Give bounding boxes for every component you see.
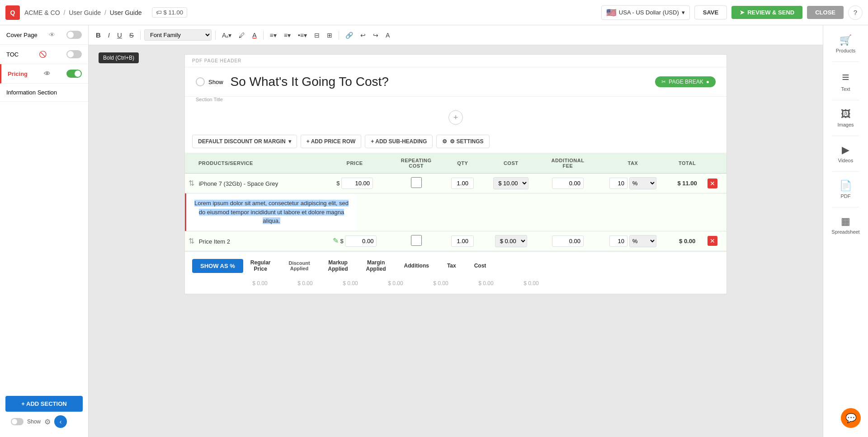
- add-content-button[interactable]: +: [448, 110, 463, 125]
- cost-select[interactable]: $ 0.00: [495, 235, 527, 247]
- sidebar-item-toc[interactable]: TOC 🚫: [0, 45, 88, 64]
- tax-cell: % $: [596, 231, 670, 251]
- description-cell: Lorem ipsum dolor sit amet, consectetur …: [185, 193, 726, 231]
- unordered-list-button[interactable]: •≡ ▾: [295, 30, 310, 41]
- delete-row-button-2[interactable]: ✕: [708, 236, 717, 246]
- discount-dropdown[interactable]: DEFAULT DISCOUNT OR MARGIN ▾: [192, 135, 297, 148]
- additional-fee-input[interactable]: [552, 178, 584, 189]
- sidebar-item-videos[interactable]: ▶ Videos: [826, 139, 866, 169]
- table-row: ⇅ iPhone 7 (32Gb) - Space Grey $: [185, 174, 726, 193]
- font-family-select[interactable]: Font Family Arial Times New Roman Helvet…: [144, 29, 212, 41]
- close-button[interactable]: CLOSE: [807, 6, 844, 19]
- images-label: Images: [837, 122, 854, 127]
- description-row: Lorem ipsum dolor sit amet, consectetur …: [185, 193, 726, 231]
- description-text: Lorem ipsum dolor sit amet, consectetur …: [194, 200, 349, 224]
- redo-button[interactable]: ↪: [370, 30, 381, 41]
- highlight-button[interactable]: 🖊: [236, 30, 248, 41]
- edit-description-button[interactable]: ✎: [333, 236, 339, 245]
- text-color-button[interactable]: A: [250, 30, 259, 41]
- currency-symbol: $: [336, 180, 340, 187]
- description-box[interactable]: Lorem ipsum dolor sit amet, consectetur …: [185, 193, 357, 231]
- tax-type-select[interactable]: % $: [629, 235, 656, 247]
- pricing-settings-button[interactable]: ⚙ ⚙ SETTINGS: [436, 135, 489, 148]
- additional-fee-input[interactable]: [552, 235, 584, 247]
- repeating-checkbox[interactable]: [410, 177, 423, 188]
- rs-separator-4: [832, 171, 859, 172]
- tax-input[interactable]: [609, 178, 627, 189]
- drag-handle[interactable]: ⇅: [189, 179, 194, 187]
- pricing-label: Pricing: [8, 70, 28, 77]
- sidebar-item-spreadsheet[interactable]: ▦ Spreadsheet: [826, 210, 866, 240]
- page-break-button[interactable]: ✂ PAGE BREAK ●: [655, 76, 716, 87]
- price-value: $ 11.00: [164, 9, 183, 16]
- add-sub-heading-button[interactable]: + ADD SUB-HEADING: [365, 135, 433, 148]
- sidebar-item-information[interactable]: Information Section: [0, 84, 88, 102]
- cost-select[interactable]: $ 10.00: [493, 177, 528, 189]
- additions-value: $ 0.00: [427, 280, 454, 287]
- add-price-row-button[interactable]: + ADD PRICE ROW: [301, 135, 362, 148]
- repeating-checkbox[interactable]: [410, 235, 423, 246]
- outdent-button[interactable]: ⊞: [324, 30, 335, 41]
- sidebar-item-cover-page[interactable]: Cover Page 👁: [0, 25, 88, 45]
- tax-cell: % $: [596, 174, 670, 193]
- format-clear-button[interactable]: Α: [383, 30, 392, 41]
- sidebar-item-products[interactable]: 🛒 Products: [826, 29, 866, 59]
- product-name: Price Item 2: [199, 238, 230, 245]
- formatting-toolbar: B I U S Font Family Arial Times New Roma…: [89, 25, 823, 45]
- summary-area: SHOW AS % RegularPrice DiscountApplied M…: [185, 251, 726, 294]
- drag-handle[interactable]: ⇅: [189, 237, 194, 245]
- sidebar-item-images[interactable]: 🖼 Images: [826, 103, 866, 133]
- save-button[interactable]: SAVE: [694, 5, 727, 19]
- qty-input[interactable]: [451, 235, 474, 247]
- text-icon: ≡: [842, 70, 849, 85]
- settings-icon: ⚙: [442, 138, 447, 145]
- italic-button[interactable]: I: [105, 29, 113, 41]
- show-circle[interactable]: [196, 77, 205, 86]
- page-break-toggle[interactable]: ●: [706, 79, 709, 85]
- toggle-toc[interactable]: [66, 50, 82, 58]
- link-button[interactable]: 🔗: [343, 30, 356, 41]
- chat-bubble[interactable]: 💬: [841, 408, 861, 428]
- show-label: Show: [208, 79, 223, 85]
- currency-selector[interactable]: 🇺🇸 USA - US Dollar (USD) ▾: [601, 5, 690, 20]
- product-name: iPhone 7 (32Gb) - Space Grey: [199, 180, 278, 187]
- chevron-down-icon: ▾: [288, 138, 291, 145]
- qty-input[interactable]: [451, 178, 474, 189]
- help-button[interactable]: ?: [848, 5, 863, 20]
- tax-type-select[interactable]: % $: [629, 177, 656, 189]
- indent-button[interactable]: ⊟: [311, 30, 322, 41]
- main-layout: Cover Page 👁 TOC 🚫 Pricing 👁 Information…: [0, 25, 868, 437]
- toggle-pricing[interactable]: [66, 70, 82, 78]
- ordered-list-button[interactable]: ≡ ▾: [281, 30, 293, 41]
- delete-row-button[interactable]: ✕: [708, 179, 717, 188]
- underline-button[interactable]: U: [114, 29, 125, 41]
- gear-icon-tabs[interactable]: ⚙: [44, 418, 51, 426]
- scissors-icon: ✂: [661, 79, 666, 85]
- pdf-icon: 📄: [840, 180, 852, 192]
- section-heading[interactable]: So What's It Going To Cost?: [231, 75, 656, 89]
- add-section-button[interactable]: + ADD SECTION: [5, 396, 83, 412]
- strikethrough-button[interactable]: S: [127, 29, 137, 41]
- align-button[interactable]: ≡ ▾: [267, 30, 279, 41]
- regular-price-value: $ 0.00: [246, 280, 274, 287]
- bold-button[interactable]: B: [93, 29, 104, 41]
- font-size-button[interactable]: Aₐ ▾: [219, 30, 234, 41]
- show-as-button[interactable]: SHOW AS %: [192, 259, 243, 273]
- additions-label: Additions: [404, 263, 429, 269]
- unordered-list-icon: •≡: [298, 32, 304, 39]
- price-tag[interactable]: 🏷 $ 11.00: [152, 7, 187, 18]
- toggle-section-tabs[interactable]: [11, 418, 24, 425]
- tax-input[interactable]: [609, 235, 627, 247]
- text-color-icon: A: [252, 32, 256, 39]
- undo-button[interactable]: ↩: [358, 30, 368, 41]
- price-input[interactable]: [345, 235, 377, 247]
- back-button[interactable]: ‹: [54, 415, 67, 428]
- sidebar-item-text[interactable]: ≡ Text: [826, 65, 866, 97]
- review-send-button[interactable]: ➤ REVIEW & SEND: [731, 6, 802, 19]
- sidebar-item-pdf[interactable]: 📄 PDF: [826, 174, 866, 204]
- send-icon: ➤: [740, 9, 745, 16]
- price-input[interactable]: [341, 178, 373, 189]
- content-area: Bold (Ctrl+B) B I U S Font Family Arial …: [89, 25, 823, 437]
- sidebar-item-pricing[interactable]: Pricing 👁: [0, 64, 88, 84]
- toggle-cover-page[interactable]: [66, 31, 82, 39]
